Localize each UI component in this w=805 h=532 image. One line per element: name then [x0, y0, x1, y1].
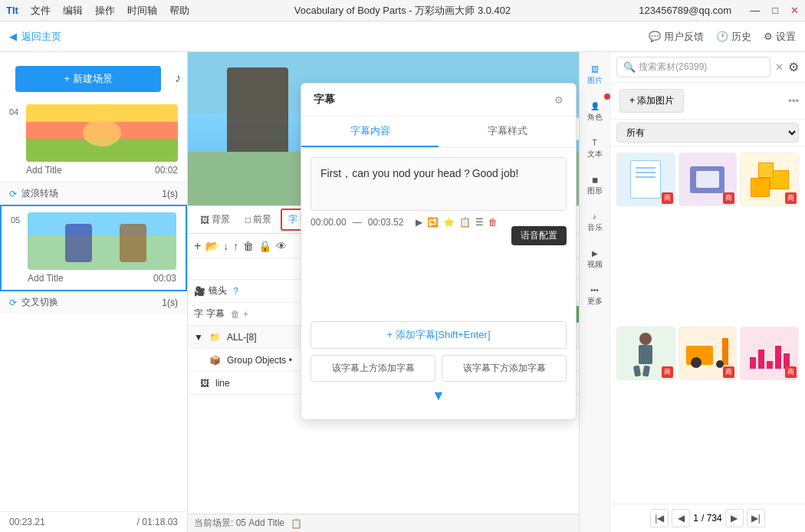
filter-icon[interactable]: ⚙ — [788, 60, 799, 74]
sidebar-icon-character[interactable]: 👤 角色 — [581, 95, 609, 129]
sidebar-icon-text[interactable]: T 文本 — [581, 132, 609, 166]
asset-badge-5: 商 — [723, 366, 734, 378]
scene-05-title: Add Title — [28, 273, 64, 284]
menu-bar: TIt 文件 编辑 操作 时间轴 帮助 Vocabulary of Body P… — [0, 0, 805, 21]
sidebar-icon-image[interactable]: 🖼 图片 — [581, 58, 609, 92]
asset-item-3[interactable]: 商 — [740, 153, 799, 206]
asset-badge-3: 商 — [785, 192, 797, 204]
subtitle-text-box[interactable]: First，can you nod your head？Good job! — [310, 157, 567, 211]
more-icon: ••• — [590, 286, 599, 294]
more-label: 更多 — [587, 296, 603, 307]
time-current: 00:23.21 — [9, 517, 45, 527]
character-label: 角色 — [587, 112, 603, 123]
tl-eye-icon[interactable]: 👁 — [276, 240, 287, 252]
subtitle-modal: 字幕 ⚙ 字幕内容 字幕样式 First，can you nod your he… — [301, 83, 577, 420]
tab-content[interactable]: 字幕内容 — [301, 117, 439, 147]
add-subtitle-btn[interactable]: + 添加字幕[Shift+Enter] — [310, 321, 567, 349]
asset-item-4[interactable]: 商 — [616, 327, 675, 380]
play-btn[interactable]: ▶ — [416, 217, 422, 228]
tl-move-up-icon[interactable]: ↑ — [233, 240, 238, 252]
copy-btn[interactable]: 📋 — [459, 217, 471, 228]
asset-item-2[interactable]: 商 — [678, 153, 738, 206]
menu-help[interactable]: 帮助 — [169, 4, 189, 18]
time-total: / 01:18.03 — [137, 517, 178, 527]
character-icon: 👤 — [590, 102, 600, 110]
subtitle-text: First，can you nod your head？Good job! — [320, 167, 518, 179]
new-scene-btn[interactable]: + 新建场景 — [15, 66, 161, 92]
next-page-btn[interactable]: ▶ — [725, 509, 744, 527]
add-image-btn[interactable]: + 添加图片 — [619, 89, 684, 113]
tab-style[interactable]: 字幕样式 — [439, 117, 576, 147]
right-top-bar: 🔍 搜索素材(26399) ✕ ⚙ — [610, 52, 805, 83]
scene-04[interactable]: 04 Add Title 00:02 — [0, 98, 187, 182]
tl-add-file-icon[interactable]: 📂 — [205, 240, 219, 252]
modal-settings-icon[interactable]: ⚙ — [554, 94, 564, 106]
transition-2[interactable]: ⟳ 交叉切换 1(s) — [0, 291, 187, 314]
scene-05-number: 05 — [11, 215, 23, 225]
all-label: ALL-[8] — [227, 332, 257, 343]
tl-lock-icon[interactable]: 🔒 — [258, 240, 271, 252]
delete-btn[interactable]: 🗑 — [488, 217, 498, 228]
asset-item-5[interactable]: 商 — [678, 327, 738, 380]
subtitle-row-icon: 字 — [194, 307, 203, 320]
list-btn[interactable]: ☰ — [475, 217, 484, 228]
sidebar-icon-music[interactable]: ♪ 音乐 — [581, 205, 609, 239]
status-bar: 当前场景: 05 Add Title 📋 — [188, 514, 579, 532]
settings-icon: ⚙ — [764, 31, 773, 42]
back-home-btn[interactable]: ◀ 返回主页 — [9, 30, 61, 44]
tl-delete-icon[interactable]: 🗑 — [243, 240, 254, 252]
feedback-btn[interactable]: 💬 用户反馈 — [649, 30, 704, 44]
right-panel: 🖼 图片 👤 角色 T 文本 ◼ 图形 ♪ 音乐 — [579, 52, 805, 532]
sidebar-icon-video[interactable]: ▶ 视频 — [581, 242, 609, 276]
transition-1[interactable]: ⟳ 波浪转场 1(s) — [0, 182, 187, 205]
maximize-btn[interactable]: □ — [772, 5, 778, 16]
minimize-btn[interactable]: — — [750, 5, 760, 16]
right-panel-combined: 🖼 图片 👤 角色 T 文本 ◼ 图形 ♪ 音乐 — [580, 52, 805, 532]
last-page-btn[interactable]: ▶| — [747, 509, 765, 527]
subtitle-row-add-icon[interactable]: + — [243, 309, 248, 320]
subtitle-row-del-icon[interactable]: 🗑 — [231, 309, 240, 320]
asset-item-6[interactable]: 商 — [740, 327, 799, 380]
menu-edit[interactable]: 编辑 — [63, 4, 83, 18]
menu-file[interactable]: 文件 — [31, 4, 51, 18]
center-area: ▶ 🖼 背景 □ 前景 字 字幕 🎤 语音合成 字 语 — [188, 52, 579, 532]
user-email: 123456789@qq.com — [639, 5, 731, 16]
toolbar-fg-btn[interactable]: □ 前景 — [239, 210, 278, 229]
music-label: 音乐 — [587, 222, 603, 233]
fg-label: 前景 — [253, 213, 271, 226]
camera-help-icon[interactable]: ? — [233, 286, 238, 297]
scene-05-info: Add Title 00:03 — [28, 273, 176, 284]
scene-04-thumb — [26, 104, 178, 162]
all-collapse-icon[interactable]: ▼ — [194, 332, 203, 343]
pagination: |◀ ◀ 1 / 734 ▶ ▶| — [610, 504, 805, 532]
sidebar-icon-shape[interactable]: ◼ 图形 — [581, 169, 609, 202]
toolbar-bg-btn[interactable]: 🖼 背景 — [194, 210, 236, 229]
menu-timeline[interactable]: 时间轴 — [127, 4, 157, 18]
history-btn[interactable]: 🕐 历史 — [716, 30, 751, 44]
close-btn[interactable]: ✕ — [790, 5, 799, 16]
group-label: Group Objects • — [227, 355, 292, 366]
search-clear-btn[interactable]: ✕ — [775, 61, 784, 73]
tl-move-down-icon[interactable]: ↓ — [223, 240, 228, 252]
loop-btn[interactable]: 🔁 — [427, 217, 439, 228]
prev-page-btn[interactable]: ◀ — [672, 509, 690, 527]
settings-btn[interactable]: ⚙ 设置 — [764, 30, 796, 44]
tl-add-icon[interactable]: + — [194, 239, 201, 253]
first-page-btn[interactable]: |◀ — [650, 509, 669, 527]
scene-05-thumb — [28, 212, 176, 270]
asset-item-1[interactable]: 商 — [616, 153, 675, 206]
scene-04-info: Add Title 00:02 — [26, 165, 178, 176]
scene-05[interactable]: 05 Add Title 00:03 — [0, 205, 187, 291]
sidebar-icon-more[interactable]: ••• 更多 — [581, 279, 609, 313]
filter-select[interactable]: 所有 — [616, 123, 799, 143]
asset-grid: 商 商 — [610, 146, 805, 504]
add-above-btn[interactable]: 该字幕上方添加字幕 — [310, 355, 435, 382]
status-copy-icon[interactable]: 📋 — [291, 518, 302, 529]
voice-config-area: 语音配置 — [310, 234, 567, 257]
music-icon[interactable]: ♪ — [175, 71, 181, 85]
time-end: 00:03.52 — [368, 217, 404, 228]
star-btn[interactable]: ⭐ — [443, 217, 455, 228]
menu-operate[interactable]: 操作 — [95, 4, 115, 18]
more-options-icon[interactable]: ••• — [788, 95, 799, 107]
add-below-btn[interactable]: 该字幕下方添加字幕 — [442, 355, 567, 382]
